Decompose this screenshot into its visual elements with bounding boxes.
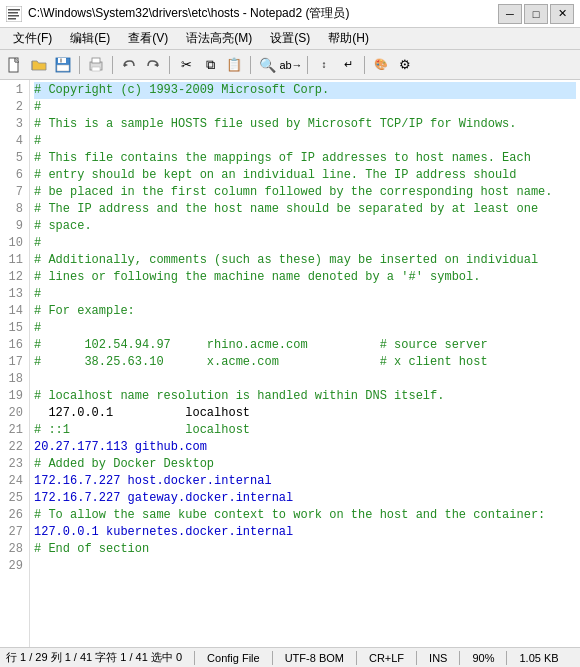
line-10: # <box>34 235 576 252</box>
line-11: # Additionally, comments (such as these)… <box>34 252 576 269</box>
line-9: # space. <box>34 218 576 235</box>
status-sep-5 <box>459 651 460 665</box>
line-15: # <box>34 320 576 337</box>
undo-button[interactable] <box>118 54 140 76</box>
paste-button[interactable]: 📋 <box>223 54 245 76</box>
title-controls[interactable]: ─ □ ✕ <box>498 4 574 24</box>
line-26: # To allow the same kube context to work… <box>34 507 576 524</box>
line-27: 127.0.0.1 kubernetes.docker.internal <box>34 524 576 541</box>
line-17: # 38.25.63.10 x.acme.com # x client host <box>34 354 576 371</box>
line-3: # This is a sample HOSTS file used by Mi… <box>34 116 576 133</box>
line-23: # Added by Docker Desktop <box>34 456 576 473</box>
svg-rect-0 <box>6 6 22 22</box>
zoom-level: 90% <box>472 652 494 664</box>
redo-button[interactable] <box>142 54 164 76</box>
editor-container: 1234567891011121314151617181920212223242… <box>0 80 580 647</box>
open-button[interactable] <box>28 54 50 76</box>
replace-button[interactable]: ab→ <box>280 54 302 76</box>
line-2: # <box>34 99 576 116</box>
menu-item-s[interactable]: 设置(S) <box>261 27 319 50</box>
app-icon <box>6 6 22 22</box>
scheme-button[interactable]: 🎨 <box>370 54 392 76</box>
toolbar-sep-4 <box>250 56 251 74</box>
line-21: # ::1 localhost <box>34 422 576 439</box>
menu-bar: 文件(F)编辑(E)查看(V)语法高亮(M)设置(S)帮助(H) <box>0 28 580 50</box>
menu-item-v[interactable]: 查看(V) <box>119 27 177 50</box>
line-29 <box>34 558 576 575</box>
window-title: C:\Windows\System32\drivers\etc\hosts - … <box>28 5 349 22</box>
menu-item-e[interactable]: 编辑(E) <box>61 27 119 50</box>
toolbar-sep-1 <box>79 56 80 74</box>
copy-button[interactable]: ⧉ <box>199 54 221 76</box>
cursor-position: 行 1 / 29 列 1 / 41 字符 1 / 41 选中 0 <box>6 650 182 665</box>
title-bar: C:\Windows\System32\drivers\etc\hosts - … <box>0 0 580 28</box>
close-button[interactable]: ✕ <box>550 4 574 24</box>
svg-rect-13 <box>92 67 100 71</box>
line-8: # The IP address and the host name shoul… <box>34 201 576 218</box>
toolbar: ✂ ⧉ 📋 🔍 ab→ ↕ ↵ 🎨 ⚙ <box>0 50 580 80</box>
menu-item-h[interactable]: 帮助(H) <box>319 27 378 50</box>
svg-rect-4 <box>8 18 16 20</box>
line-ending: CR+LF <box>369 652 404 664</box>
line-6: # entry should be kept on an individual … <box>34 167 576 184</box>
new-button[interactable] <box>4 54 26 76</box>
encoding: UTF-8 BOM <box>285 652 344 664</box>
svg-rect-1 <box>8 9 20 11</box>
goto-button[interactable]: ↕ <box>313 54 335 76</box>
status-sep-3 <box>356 651 357 665</box>
toolbar-sep-3 <box>169 56 170 74</box>
toolbar-sep-6 <box>364 56 365 74</box>
line-5: # This file contains the mappings of IP … <box>34 150 576 167</box>
line-7: # be placed in the first column followed… <box>34 184 576 201</box>
menu-item-m[interactable]: 语法高亮(M) <box>177 27 261 50</box>
line-4: # <box>34 133 576 150</box>
line-numbers: 1234567891011121314151617181920212223242… <box>0 80 30 647</box>
line-24: 172.16.7.227 host.docker.internal <box>34 473 576 490</box>
status-sep-6 <box>506 651 507 665</box>
line-28: # End of section <box>34 541 576 558</box>
status-sep-4 <box>416 651 417 665</box>
wordwrap-button[interactable]: ↵ <box>337 54 359 76</box>
svg-rect-12 <box>92 58 100 63</box>
editor-content[interactable]: # Copyright (c) 1993-2009 Microsoft Corp… <box>30 80 580 647</box>
cut-button[interactable]: ✂ <box>175 54 197 76</box>
print-button[interactable] <box>85 54 107 76</box>
maximize-button[interactable]: □ <box>524 4 548 24</box>
title-left: C:\Windows\System32\drivers\etc\hosts - … <box>6 5 349 22</box>
line-16: # 102.54.94.97 rhino.acme.com # source s… <box>34 337 576 354</box>
svg-marker-15 <box>154 63 158 67</box>
minimize-button[interactable]: ─ <box>498 4 522 24</box>
line-25: 172.16.7.227 gateway.docker.internal <box>34 490 576 507</box>
line-18 <box>34 371 576 388</box>
status-sep-1 <box>194 651 195 665</box>
line-14: # For example: <box>34 303 576 320</box>
svg-marker-14 <box>124 63 128 67</box>
line-22: 20.27.177.113 github.com <box>34 439 576 456</box>
line-19: # localhost name resolution is handled w… <box>34 388 576 405</box>
line-13: # <box>34 286 576 303</box>
toolbar-sep-2 <box>112 56 113 74</box>
svg-rect-3 <box>8 15 19 17</box>
settings-button[interactable]: ⚙ <box>394 54 416 76</box>
line-12: # lines or following the machine name de… <box>34 269 576 286</box>
menu-item-f[interactable]: 文件(F) <box>4 27 61 50</box>
insert-mode: INS <box>429 652 447 664</box>
file-size: 1.05 KB <box>519 652 558 664</box>
find-button[interactable]: 🔍 <box>256 54 278 76</box>
toolbar-sep-5 <box>307 56 308 74</box>
line-1: # Copyright (c) 1993-2009 Microsoft Corp… <box>34 82 576 99</box>
svg-rect-10 <box>57 65 69 71</box>
line-20: 127.0.0.1 localhost <box>34 405 576 422</box>
file-type: Config File <box>207 652 260 664</box>
svg-rect-2 <box>8 12 18 14</box>
status-bar: 行 1 / 29 列 1 / 41 字符 1 / 41 选中 0 Config … <box>0 647 580 667</box>
svg-rect-9 <box>60 58 62 62</box>
status-sep-2 <box>272 651 273 665</box>
save-button[interactable] <box>52 54 74 76</box>
